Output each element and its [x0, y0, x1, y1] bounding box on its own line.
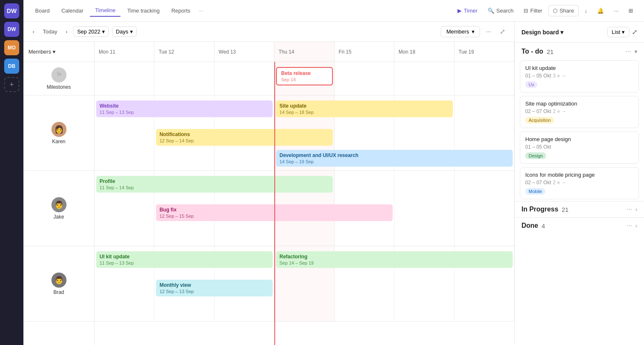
sidebar-avatar-mo[interactable]: MO	[4, 40, 19, 55]
sidebar-add-button[interactable]: +	[4, 77, 19, 92]
sidebar: DW DW MO DB +	[0, 0, 23, 345]
notifications-button[interactable]: 🔔	[593, 5, 608, 16]
done-title: Done	[521, 222, 538, 229]
timeline-toolbar: ‹ Today › Sep 2022 ▾ Days ▾ Members ▾ ··…	[23, 22, 514, 42]
right-panel-header: Design board ▾ List ▾ ⤢	[515, 22, 644, 43]
next-button[interactable]: ›	[63, 27, 70, 36]
prev-button[interactable]: ‹	[30, 27, 37, 36]
sidebar-avatar-db[interactable]: DB	[4, 59, 19, 74]
jake-label: Jake	[54, 214, 64, 220]
task-bar-beta-release[interactable]: Beta releaseSep 14	[276, 67, 332, 85]
board-title-text: Design board	[521, 29, 559, 36]
download-button[interactable]: ↓	[580, 5, 592, 16]
col-header-fri15: Fri 15	[335, 42, 394, 62]
todo-more-button[interactable]: ···	[626, 48, 631, 55]
cell-jake-5	[394, 171, 454, 246]
task-bar-karen-3[interactable]: Development and UI/UX research14 Sep – 1…	[276, 150, 513, 167]
task-bar-karen-0[interactable]: Website11 Sep – 13 Sep	[96, 100, 273, 117]
task-card-site-map[interactable]: Site map optimization 02 – 07 Okt 2 ⎆ → …	[520, 96, 639, 128]
tab-time-tracking[interactable]: Time tracking	[122, 5, 165, 16]
share-button[interactable]: ⬡ Share	[548, 5, 579, 16]
task-card-icons-mobile[interactable]: Icons for mobile pricing page 02 – 07 Ok…	[520, 167, 639, 199]
top-nav: Board Calendar Timeline Time tracking Re…	[23, 0, 644, 22]
members-filter[interactable]: Members ▾	[441, 26, 480, 37]
list-view-button[interactable]: List ▾	[607, 27, 629, 37]
members-caret-icon: ▾	[472, 28, 475, 35]
right-panel: Design board ▾ List ▾ ⤢ To - do 21 ··· ▾…	[514, 22, 644, 345]
tab-board[interactable]: Board	[30, 5, 55, 16]
done-more-button[interactable]: ···	[626, 222, 632, 229]
view-caret-icon: ▾	[130, 28, 133, 35]
task-bar-karen-1[interactable]: Site update14 Sep – 18 Sep	[276, 100, 452, 117]
task-bar-karen-2[interactable]: Notifications12 Sep – 14 Sep	[156, 129, 332, 146]
todo-section-header: To - do 21 ··· ▾	[515, 43, 644, 59]
filter-label: Filter	[530, 8, 542, 14]
member-row-brad: 👨 Brad	[23, 246, 94, 322]
task-bar-jake-1[interactable]: Bug fix12 Sep – 15 Sep	[156, 204, 393, 221]
in-progress-more-button[interactable]: ···	[626, 206, 632, 213]
task-date: 01 – 05 Okt	[525, 144, 634, 150]
more-options-button[interactable]: ···	[610, 5, 623, 16]
list-caret-icon: ▾	[622, 29, 625, 35]
cell-milestones-1	[154, 62, 214, 95]
flag-icon: ⚑	[56, 70, 62, 80]
done-expand-icon: ›	[635, 222, 637, 229]
nav-more-icon[interactable]: ···	[197, 8, 205, 14]
list-label: List	[612, 29, 620, 35]
date-picker[interactable]: Sep 2022 ▾	[73, 26, 109, 37]
members-column: Members ▾ ⚑ Milestones 👩 Karen 👨	[23, 42, 95, 345]
todo-expand-button[interactable]: ▾	[634, 48, 637, 55]
col-header-wed13: Wed 13	[215, 42, 274, 62]
sidebar-avatar-dw[interactable]: DW	[4, 22, 19, 37]
task-date: 02 – 07 Okt 2 ⎆ →	[525, 180, 634, 185]
panel-expand-button[interactable]: ⤢	[632, 28, 637, 36]
cell-milestones-2	[215, 62, 274, 95]
filter-button[interactable]: ⊟ Filter	[519, 5, 547, 16]
days-grid: Mon 11 Tue 12 Wed 13 Thu 14 Fri 15 Mon 1…	[95, 42, 514, 345]
main-area: Board Calendar Timeline Time tracking Re…	[23, 0, 644, 345]
brad-avatar: 👨	[51, 273, 66, 288]
timer-button[interactable]: ▶ Timer	[453, 5, 482, 16]
members-header-caret: ▾	[53, 49, 56, 55]
task-bar-brad-2[interactable]: Monthly view12 Sep – 13 Sep	[156, 280, 273, 296]
task-title: UI kit update	[525, 65, 634, 71]
timeline-body: Beta releaseSep 14Website11 Sep – 13 Sep…	[95, 62, 514, 345]
task-tag: Ux	[525, 81, 537, 88]
toolbar-more-button[interactable]: ···	[483, 26, 494, 37]
search-button[interactable]: 🔍 Search	[483, 5, 518, 16]
share-icon: ⬡	[553, 8, 557, 14]
toolbar-expand-button[interactable]: ⤢	[497, 26, 508, 37]
task-tag: Design	[525, 152, 546, 159]
task-bar-brad-1[interactable]: RefactoringSep 14 – Sep 19	[276, 251, 513, 268]
task-title: Home page design	[525, 136, 634, 142]
milestones-label: Milestones	[47, 84, 71, 90]
timer-play-icon: ▶	[457, 8, 462, 14]
board-title[interactable]: Design board ▾	[521, 29, 563, 36]
karen-label: Karen	[52, 139, 65, 144]
task-card-ui-kit[interactable]: UI kit update 01 – 05 Okt 3 ⎆ → Ux	[520, 60, 639, 93]
tab-timeline[interactable]: Timeline	[90, 5, 120, 17]
layout-button[interactable]: ⊞	[624, 5, 637, 16]
view-picker[interactable]: Days ▾	[112, 26, 137, 37]
col-header-mon11: Mon 11	[95, 42, 154, 62]
task-bar-brad-0[interactable]: UI kit update11 Sep – 13 Sep	[96, 251, 273, 268]
col-header-mon18: Mon 18	[394, 42, 454, 62]
task-bar-jake-0[interactable]: Profile11 Sep – 14 Sep	[96, 176, 333, 193]
task-date: 01 – 05 Okt 3 ⎆ →	[525, 73, 634, 79]
today-button[interactable]: Today	[40, 27, 60, 36]
in-progress-section-header[interactable]: In Progress 21 ··· ›	[515, 201, 644, 217]
share-label: Share	[560, 8, 574, 14]
members-header[interactable]: Members ▾	[23, 42, 94, 62]
current-view: Days	[116, 28, 128, 35]
task-card-home-page[interactable]: Home page design 01 – 05 Okt Design	[520, 131, 639, 164]
cell-jake-6	[455, 171, 514, 246]
tab-calendar[interactable]: Calendar	[56, 5, 89, 16]
sidebar-logo[interactable]: DW	[4, 3, 19, 18]
done-count: 4	[542, 222, 545, 229]
members-header-label: Members	[28, 49, 51, 55]
jake-avatar: 👨	[51, 197, 66, 212]
cell-milestones-0	[95, 62, 154, 95]
download-icon: ↓	[585, 8, 588, 14]
done-section-header[interactable]: Done 4 ··· ›	[515, 217, 644, 234]
tab-reports[interactable]: Reports	[166, 5, 196, 16]
